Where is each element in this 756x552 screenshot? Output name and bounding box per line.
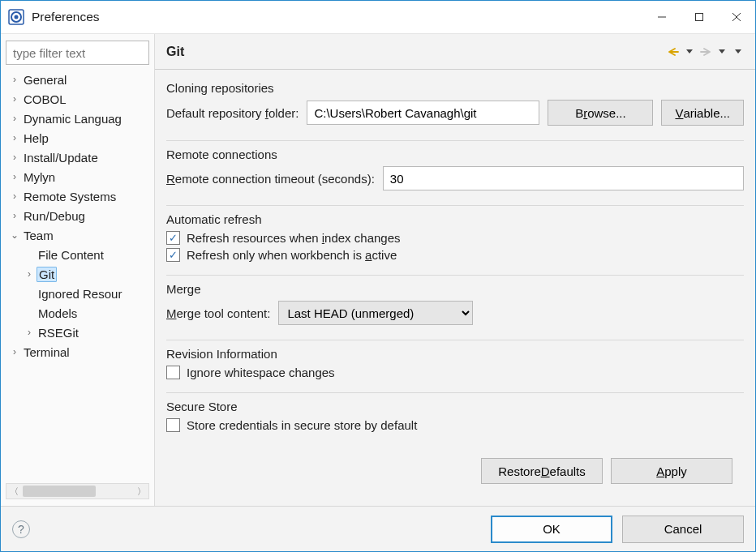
chevron-down-icon[interactable]: ⌄ [9, 229, 20, 241]
group-auto-refresh-title: Automatic refresh [166, 212, 744, 226]
tree-item-install-update[interactable]: ›Install/Update [6, 148, 149, 167]
scroll-right-icon[interactable]: 〉 [134, 486, 148, 498]
tree-item-file-content[interactable]: File Content [6, 245, 149, 264]
refresh-index-label: Refresh resources when index changes [187, 231, 401, 245]
ignore-whitespace-checkbox[interactable] [166, 366, 180, 379]
tree-item-rsegit[interactable]: ›RSEGit [6, 323, 149, 342]
chevron-right-icon[interactable]: › [9, 346, 20, 357]
group-merge: Merge Merge tool content: Last HEAD (unm… [166, 282, 744, 340]
tree-item-label: Remote Systems [22, 190, 118, 203]
tree-item-label: Team [22, 229, 55, 242]
group-auto-refresh: Automatic refresh Refresh resources when… [166, 212, 744, 276]
ignore-whitespace-label: Ignore whitespace changes [187, 366, 335, 379]
tree-item-team[interactable]: ⌄Team [6, 225, 149, 245]
tree-item-label: Mylyn [22, 170, 57, 184]
tree-item-cobol[interactable]: ›COBOL [6, 89, 149, 109]
tree-item-label: Run/Debug [22, 209, 87, 223]
chevron-right-icon[interactable]: › [9, 152, 20, 163]
page-title: Git [166, 45, 184, 59]
secure-store-label: Store credentials in secure store by def… [187, 418, 417, 432]
tree-horizontal-scrollbar[interactable]: 〈 〉 [6, 483, 149, 499]
tree-item-git[interactable]: ›Git [6, 264, 149, 284]
tree-item-label: Install/Update [22, 151, 100, 165]
back-icon[interactable] [668, 46, 679, 58]
minimize-button[interactable] [643, 4, 681, 30]
tree-item-general[interactable]: ›General [6, 70, 149, 89]
page: Git Cloning repositories [155, 34, 755, 506]
chevron-right-icon[interactable]: › [24, 268, 35, 280]
group-cloning-title: Cloning repositories [166, 81, 744, 95]
group-revision-title: Revision Information [166, 347, 744, 361]
back-menu-icon[interactable] [684, 46, 695, 58]
sidebar: ›General›COBOL›Dynamic Languag›Help›Inst… [1, 34, 155, 506]
cancel-button[interactable]: Cancel [622, 516, 744, 543]
tree-item-label: Git [37, 267, 57, 282]
group-merge-title: Merge [166, 282, 744, 296]
tree-item-label: COBOL [22, 92, 68, 106]
secure-store-checkbox[interactable] [166, 418, 180, 432]
svg-rect-4 [696, 14, 703, 21]
tree-item-label: Terminal [22, 345, 71, 359]
tree-item-label: RSEGit [37, 326, 80, 340]
chevron-right-icon[interactable]: › [24, 327, 35, 338]
scroll-left-icon[interactable]: 〈 [6, 486, 21, 498]
refresh-index-checkbox[interactable] [166, 231, 180, 245]
tree-item-help[interactable]: ›Help [6, 128, 149, 148]
filter-input[interactable] [6, 41, 149, 65]
merge-tool-label: Merge tool content: [166, 306, 270, 320]
tree-item-label: File Content [37, 248, 105, 262]
ok-button[interactable]: OK [491, 516, 612, 543]
tree-item-label: General [22, 73, 68, 87]
maximize-button[interactable] [681, 4, 718, 30]
forward-menu-icon[interactable] [716, 46, 728, 58]
svg-point-2 [15, 15, 19, 19]
tree-item-run-debug[interactable]: ›Run/Debug [6, 206, 149, 225]
tree-item-label: Models [37, 306, 79, 320]
chevron-right-icon[interactable]: › [9, 113, 20, 124]
page-header: Git [155, 34, 755, 70]
merge-tool-combo[interactable]: Last HEAD (unmerged) [278, 301, 473, 325]
tree-item-label: Dynamic Languag [22, 112, 123, 126]
tree-item-remote-systems[interactable]: ›Remote Systems [6, 186, 149, 206]
browse-button[interactable]: Browse... [548, 100, 653, 126]
tree-item-label: Ignored Resour [37, 287, 123, 301]
tree-item-label: Help [22, 131, 50, 145]
restore-defaults-button[interactable]: Restore Defaults [481, 458, 603, 484]
chevron-right-icon[interactable]: › [9, 210, 20, 221]
tree-item-ignored-resour[interactable]: Ignored Resour [6, 284, 149, 303]
tree-item-mylyn[interactable]: ›Mylyn [6, 167, 149, 186]
group-revision: Revision Information Ignore whitespace c… [166, 347, 744, 393]
variable-button[interactable]: Variable... [661, 100, 744, 126]
bottom-bar: ? OK Cancel [1, 506, 755, 551]
chevron-right-icon[interactable]: › [9, 190, 20, 202]
group-secure: Secure Store Store credentials in secure… [166, 400, 744, 445]
group-remote: Remote connections Remote connection tim… [166, 148, 744, 206]
refresh-active-checkbox[interactable] [166, 248, 180, 262]
chevron-right-icon[interactable]: › [9, 93, 20, 105]
group-cloning: Cloning repositories Default repository … [166, 81, 744, 141]
scroll-thumb[interactable] [23, 486, 96, 497]
help-icon[interactable]: ? [12, 520, 30, 538]
window-title: Preferences [32, 10, 100, 24]
tree-item-terminal[interactable]: ›Terminal [6, 342, 149, 362]
apply-button[interactable]: Apply [611, 458, 732, 484]
default-repo-folder-label: Default repository folder: [166, 106, 299, 120]
remote-timeout-label: Remote connection timeout (seconds): [166, 172, 375, 186]
titlebar: Preferences [1, 1, 755, 33]
forward-icon[interactable] [700, 46, 711, 58]
chevron-right-icon[interactable]: › [9, 132, 20, 143]
app-icon [7, 8, 25, 26]
remote-timeout-input[interactable] [383, 166, 744, 190]
group-remote-title: Remote connections [166, 148, 744, 161]
chevron-right-icon[interactable]: › [9, 74, 20, 85]
tree-item-dynamic-languag[interactable]: ›Dynamic Languag [6, 109, 149, 128]
chevron-right-icon[interactable]: › [9, 171, 20, 182]
view-menu-icon[interactable] [732, 46, 744, 58]
group-secure-title: Secure Store [166, 400, 744, 413]
default-repo-folder-input[interactable] [307, 101, 539, 125]
tree-item-models[interactable]: Models [6, 303, 149, 323]
refresh-active-label: Refresh only when workbench is active [187, 248, 397, 262]
close-button[interactable] [718, 4, 755, 30]
preferences-tree[interactable]: ›General›COBOL›Dynamic Languag›Help›Inst… [6, 70, 149, 483]
